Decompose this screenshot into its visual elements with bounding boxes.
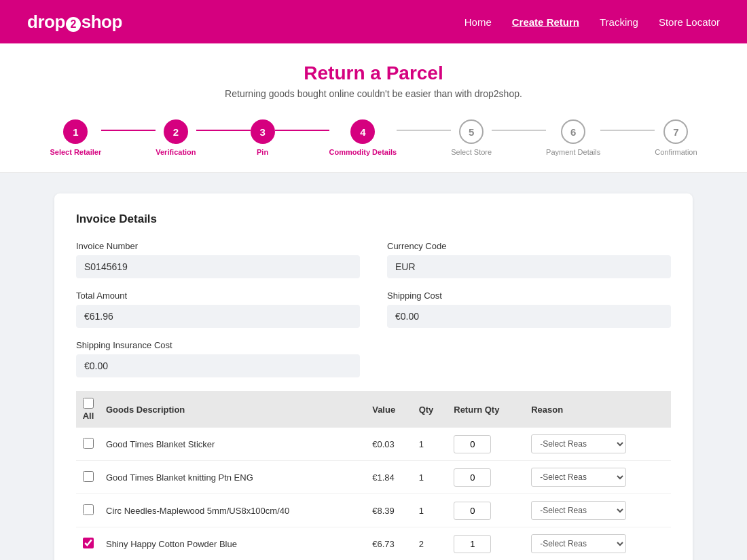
step-2: 2 Verification (156, 119, 196, 156)
page-title: Return a Parcel (0, 62, 747, 84)
nav-tracking[interactable]: Tracking (600, 16, 638, 28)
shipping-insurance-input[interactable] (76, 354, 360, 377)
row-0-return-qty-cell (448, 428, 526, 461)
step-1-label: Select Retailer (50, 148, 101, 156)
row-3-return-qty-input[interactable] (454, 535, 491, 553)
row-2-return-qty-cell (448, 494, 526, 527)
table-header-row: All Goods Description Value Qty Return Q… (76, 391, 671, 428)
step-1: 1 Select Retailer (50, 119, 101, 156)
shipping-insurance-group: Shipping Insurance Cost (76, 340, 360, 377)
row-3-value: €6.73 (367, 527, 413, 561)
step-4-label: Commodity Details (329, 148, 397, 156)
row-check-cell (76, 461, 101, 494)
currency-code-group: Currency Code (387, 241, 671, 278)
shipping-cost-group: Shipping Cost (387, 291, 671, 328)
row-1-return-qty-cell (448, 461, 526, 494)
row-2-reason-select[interactable]: -Select ReasDamagedWrong ItemNo Longer N… (531, 501, 626, 520)
main-content: Invoice Details Invoice Number Currency … (0, 173, 747, 560)
step-3-circle: 3 (251, 119, 275, 144)
invoice-card: Invoice Details Invoice Number Currency … (54, 193, 693, 560)
step-3: 3 Pin (251, 119, 275, 156)
row-3-qty: 2 (414, 527, 449, 561)
step-6: 6 Payment Details (546, 119, 600, 156)
main-nav: Home Create Return Tracking Store Locato… (464, 16, 720, 28)
total-amount-group: Total Amount (76, 291, 360, 328)
row-3-checkbox[interactable] (83, 538, 94, 548)
row-3-return-qty-cell (448, 527, 526, 561)
goods-table: All Goods Description Value Qty Return Q… (76, 391, 671, 560)
currency-code-label: Currency Code (387, 241, 671, 251)
nav-store-locator[interactable]: Store Locator (659, 16, 720, 28)
row-0-checkbox[interactable] (83, 438, 94, 449)
step-3-label: Pin (257, 148, 268, 156)
nav-home[interactable]: Home (464, 16, 492, 28)
nav-create-return[interactable]: Create Return (512, 16, 579, 28)
step-6-circle: 6 (561, 119, 585, 144)
total-amount-label: Total Amount (76, 291, 360, 301)
step-5-circle: 5 (459, 119, 484, 144)
line-2-3 (196, 130, 251, 131)
shipping-cost-input[interactable] (387, 305, 671, 328)
row-0-reason-select[interactable]: -Select ReasDamagedWrong ItemNo Longer N… (531, 434, 626, 453)
step-5-label: Select Store (451, 148, 492, 156)
row-2-return-qty-input[interactable] (454, 502, 491, 520)
row-1-reason-cell: -Select ReasDamagedWrong ItemNo Longer N… (526, 461, 671, 494)
select-all-checkbox[interactable] (83, 398, 94, 409)
row-2-reason-cell: -Select ReasDamagedWrong ItemNo Longer N… (526, 494, 671, 527)
row-0-return-qty-input[interactable] (454, 435, 491, 453)
step-2-label: Verification (156, 148, 196, 156)
line-3-4 (275, 130, 329, 131)
row-1-reason-select[interactable]: -Select ReasDamagedWrong ItemNo Longer N… (531, 468, 626, 487)
row-1-return-qty-input[interactable] (454, 468, 491, 487)
row-0-qty: 1 (414, 428, 449, 461)
step-5: 5 Select Store (451, 119, 492, 156)
step-6-label: Payment Details (546, 148, 600, 156)
invoice-title: Invoice Details (76, 212, 671, 226)
table-row: Circ Needles-Maplewood 5mm/US8x100cm/40€… (76, 494, 671, 527)
logo-2: 2 (66, 17, 81, 32)
row-check-cell (76, 428, 101, 461)
row-2-checkbox[interactable] (83, 504, 94, 515)
shipping-cost-label: Shipping Cost (387, 291, 671, 301)
line-6-7 (600, 130, 655, 131)
row-2-qty: 1 (414, 494, 449, 527)
row-1-checkbox[interactable] (83, 471, 94, 482)
col-description: Goods Description (101, 391, 367, 428)
col-check: All (76, 391, 101, 428)
table-row: Good Times Blanket knitting Ptn ENG€1.84… (76, 461, 671, 494)
currency-code-input[interactable] (387, 255, 671, 278)
total-amount-input[interactable] (76, 305, 360, 328)
row-1-qty: 1 (414, 461, 449, 494)
line-5-6 (492, 130, 546, 131)
row-0-value: €0.03 (367, 428, 413, 461)
col-value: Value (367, 391, 413, 428)
shipping-insurance-label: Shipping Insurance Cost (76, 340, 360, 350)
row-2-value: €8.39 (367, 494, 413, 527)
logo: drop2shop (27, 12, 122, 33)
col-qty: Qty (414, 391, 449, 428)
form-row-3: Shipping Insurance Cost (76, 340, 671, 377)
row-0-reason-cell: -Select ReasDamagedWrong ItemNo Longer N… (526, 428, 671, 461)
row-3-reason-select[interactable]: -Select ReasDamagedWrong ItemNo Longer N… (531, 534, 626, 553)
row-2-description: Circ Needles-Maplewood 5mm/US8x100cm/40 (101, 494, 367, 527)
row-3-reason-cell: -Select ReasDamagedWrong ItemNo Longer N… (526, 527, 671, 561)
row-0-description: Good Times Blanket Sticker (101, 428, 367, 461)
line-4-5 (397, 130, 451, 131)
step-7-label: Confirmation (655, 148, 697, 156)
step-1-circle: 1 (63, 119, 88, 144)
form-row-1: Invoice Number Currency Code (76, 241, 671, 278)
invoice-number-group: Invoice Number (76, 241, 360, 278)
table-row: Shiny Happy Cotton Powder Blue€6.732-Sel… (76, 527, 671, 561)
step-7: 7 Confirmation (655, 119, 697, 156)
invoice-number-input[interactable] (76, 255, 360, 278)
col-reason: Reason (526, 391, 671, 428)
page-title-area: Return a Parcel Returning goods bought o… (0, 43, 747, 113)
row-1-description: Good Times Blanket knitting Ptn ENG (101, 461, 367, 494)
step-4-circle: 4 (350, 119, 375, 144)
step-7-circle: 7 (663, 119, 688, 144)
row-check-cell (76, 494, 101, 527)
invoice-number-label: Invoice Number (76, 241, 360, 251)
row-1-value: €1.84 (367, 461, 413, 494)
table-row: Good Times Blanket Sticker€0.031-Select … (76, 428, 671, 461)
steps: 1 Select Retailer 2 Verification 3 Pin 4… (0, 119, 747, 156)
